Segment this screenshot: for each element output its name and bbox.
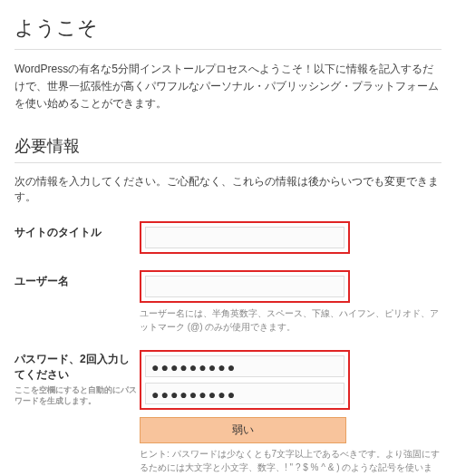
username-label: ユーザー名 — [15, 270, 140, 289]
password-sublabel: ここを空欄にすると自動的にパスワードを生成します。 — [15, 384, 140, 407]
divider — [15, 162, 441, 163]
divider — [15, 49, 441, 50]
username-hint: ユーザー名には、半角英数字、スペース、下線、ハイフン、ピリオド、アットマーク (… — [140, 306, 441, 334]
site-title-highlight — [140, 221, 350, 254]
password-strength-meter: 弱い — [140, 417, 346, 443]
password-label: パスワード、2回入力してください — [15, 352, 140, 383]
username-input[interactable] — [145, 276, 344, 297]
password-hint: ヒント: パスワードは少なくとも7文字以上であるべきです。より強固にするためには… — [140, 447, 441, 476]
username-highlight — [140, 270, 350, 303]
site-title-label: サイトのタイトル — [15, 221, 140, 240]
section-title: 必要情報 — [15, 135, 441, 157]
password-input-2[interactable]: ●●●●●●●●● — [145, 383, 344, 404]
password-highlight: ●●●●●●●●● ●●●●●●●●● — [140, 350, 350, 410]
site-title-input[interactable] — [145, 227, 344, 248]
section-desc: 次の情報を入力してください。ご心配なく、これらの情報は後からいつでも変更できます… — [15, 174, 441, 205]
page-title: ようこそ — [15, 15, 441, 42]
password-input-1[interactable]: ●●●●●●●●● — [145, 355, 344, 377]
intro-text: WordPressの有名な5分間インストールプロセスへようこそ！以下に情報を記入… — [15, 61, 441, 113]
